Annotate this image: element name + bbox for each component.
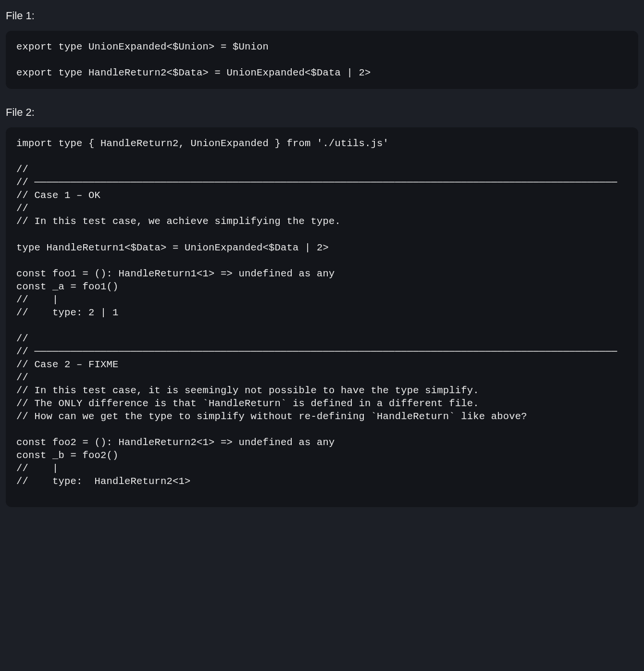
file2-code-block[interactable]: import type { HandleReturn2, UnionExpand… xyxy=(6,127,638,507)
file1-label: File 1: xyxy=(6,10,638,22)
file2-code: import type { HandleReturn2, UnionExpand… xyxy=(16,137,628,488)
page-root: File 1: export type UnionExpanded<$Union… xyxy=(0,0,644,519)
file1-code-block[interactable]: export type UnionExpanded<$Union> = $Uni… xyxy=(6,31,638,89)
file1-code: export type UnionExpanded<$Union> = $Uni… xyxy=(16,40,628,79)
file2-label: File 2: xyxy=(6,106,638,119)
